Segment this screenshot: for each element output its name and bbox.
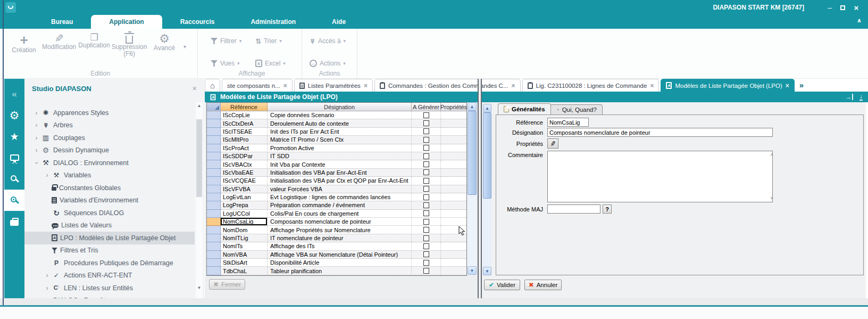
row-selector-cell[interactable]	[207, 177, 221, 185]
sidebar-item-arbres[interactable]: Arbres	[24, 119, 195, 132]
table-row[interactable]: IScITSEAEInit des ITs par Enr Act Ent	[207, 128, 466, 136]
table-row[interactable]: IScMItProMatrice IT Promo / Scen Ctx	[207, 136, 466, 144]
sidebar-item-len-listes-sur-entit-s[interactable]: LEN : Listes sur Entités	[24, 282, 195, 295]
tab-ste-composants-n[interactable]: ste composants n...×	[222, 79, 293, 92]
designation-cell[interactable]: Deroulement Auto de contexte	[268, 119, 412, 127]
sidebar-item-constantes-globales[interactable]: Constantes Globales	[24, 182, 195, 194]
fermer-button[interactable]: ✖ Fermer	[209, 279, 245, 290]
proprietes-cell[interactable]	[441, 201, 466, 209]
table-row[interactable]: LogUCColColis/Pal En cours de chargement	[207, 210, 466, 218]
sidebar-item-actions-enr-act-ent[interactable]: Actions ENR-ACT-ENT	[24, 269, 195, 282]
expander-icon[interactable]	[43, 171, 52, 179]
designation-cell[interactable]: Matrice IT Promo / Scen Ctx	[268, 136, 412, 144]
table-row[interactable]: LogPrepaPréparation commande / événement	[207, 201, 466, 209]
excel-button[interactable]: Excel▾	[255, 60, 286, 67]
valider-button[interactable]: ✔ Valider	[484, 280, 520, 290]
tab-commandes-gestion-des-commandes-c[interactable]: Commandes : Gestion des Commandes C...×	[374, 79, 521, 92]
designation-cell[interactable]: Copie données Scenario	[268, 111, 412, 119]
sidebar-item-filtres-et-tris[interactable]: Filtres et Tris	[24, 244, 195, 257]
designation-cell[interactable]: Affichage VBA sur Nomenclature (Détai Po…	[268, 251, 412, 259]
generer-checkbox[interactable]	[423, 243, 429, 249]
column-header-a-g-n-rer[interactable]: A Générer	[412, 103, 441, 111]
chevron-down-icon[interactable]: ▾	[343, 61, 346, 66]
row-selector-cell[interactable]	[207, 160, 221, 168]
scroll-down-icon[interactable]: ∨	[770, 195, 773, 200]
chevron-down-icon[interactable]: ▾	[239, 38, 242, 44]
trier-button[interactable]: Trier▾	[255, 37, 282, 45]
scrollbar-thumb[interactable]	[468, 111, 477, 195]
generer-checkbox[interactable]	[423, 202, 429, 208]
generer-checkbox[interactable]	[423, 235, 429, 241]
rail-search-button[interactable]	[4, 168, 24, 190]
proprietes-cell[interactable]	[441, 111, 466, 119]
acc-s-button[interactable]: Accès à▾	[310, 37, 346, 45]
scroll-down-icon[interactable]: ▼	[196, 284, 203, 291]
table-row[interactable]: StkDisArtDisponibilité Article	[207, 259, 466, 267]
sidebar-item-s-quences-dialog[interactable]: Séquences DIALOG	[24, 207, 195, 219]
generer-checkbox[interactable]	[423, 268, 429, 274]
reference-cell[interactable]: LogPrepa	[221, 201, 268, 209]
reference-cell[interactable]: IScVbaEAE	[221, 169, 268, 177]
table-row[interactable]: TdbChaLTableur planification	[207, 267, 466, 275]
minimize-button[interactable]: –	[823, 0, 836, 15]
reference-cell[interactable]: StkDisArt	[221, 259, 268, 267]
reference-cell[interactable]: IScProAct	[221, 144, 268, 152]
table-row[interactable]: NomDomAffichage Propriétés sur Nomenclat…	[207, 226, 466, 234]
designation-cell[interactable]: valeur Forcées VBA	[268, 185, 412, 193]
row-selector-cell[interactable]	[207, 242, 221, 250]
scroll-up-icon[interactable]: ▲	[196, 102, 203, 109]
designation-cell[interactable]: Evt Logistique : lignes de commandes lan…	[268, 193, 412, 201]
proprietes-cell[interactable]	[441, 185, 466, 193]
reference-cell[interactable]: LogUCCol	[221, 210, 268, 218]
expander-icon[interactable]	[32, 121, 41, 129]
expander-icon[interactable]	[32, 134, 41, 142]
sidebar-item-lpo-mod-les-de-liste-partag-e-objet[interactable]: LPO : Modèles de Liste Partagée Objet	[24, 232, 195, 244]
generer-checkbox[interactable]	[423, 178, 429, 184]
tab-mod-les-de-liste-partag-e-objet-lpo[interactable]: Modèles de Liste Partagée Objet (LPO)×	[661, 79, 794, 92]
sidebar-item-dialog-environnement[interactable]: DIALOG : Environnement	[24, 157, 195, 169]
sidebar-close-icon[interactable]: ×	[193, 84, 197, 93]
row-selector-cell[interactable]	[207, 259, 221, 267]
proprietes-cell[interactable]	[441, 218, 466, 226]
menu-item-application[interactable]: Application	[91, 15, 162, 29]
close-button[interactable]: ×	[850, 0, 863, 15]
designation-input[interactable]	[547, 128, 773, 137]
column-header-r-f-rence[interactable]: Référence	[221, 103, 268, 111]
dock-down-icon[interactable]	[859, 93, 863, 101]
tab-generalites[interactable]: Généralités	[498, 103, 551, 114]
scroll-up-icon[interactable]: ∧	[770, 152, 773, 157]
designation-cell[interactable]: Initialisation des VBA par Ctx et QOP pa…	[268, 177, 412, 185]
table-row[interactable]: IScCopLieCopie données Scenario	[207, 111, 466, 119]
scrollbar-thumb[interactable]	[196, 119, 202, 197]
close-icon[interactable]: ×	[786, 82, 789, 89]
expander-icon[interactable]	[32, 159, 41, 167]
rail-wheel-button[interactable]	[4, 104, 24, 126]
reference-cell[interactable]: IScITSEAE	[221, 128, 268, 136]
designation-cell[interactable]: Préparation commande / événement	[268, 201, 412, 209]
row-selector-cell[interactable]	[207, 193, 221, 201]
reference-cell[interactable]: LogEvtLan	[221, 193, 268, 201]
close-icon[interactable]: ×	[283, 82, 287, 89]
menu-item-aide[interactable]: Aide	[314, 15, 364, 29]
row-selector-cell[interactable]	[207, 210, 221, 218]
actions-button[interactable]: Actions▾	[310, 60, 346, 67]
row-selector-cell[interactable]	[207, 152, 221, 160]
designation-cell[interactable]: Tableur planification	[268, 267, 412, 275]
row-selector-cell[interactable]	[207, 234, 221, 242]
designation-cell[interactable]: Composants nomenclature de pointeur	[268, 218, 412, 226]
row-selector-cell[interactable]	[207, 201, 221, 209]
table-row[interactable]: IScVCQEAEInitialisation des VBA par Ctx …	[207, 177, 466, 185]
designation-cell[interactable]: Colis/Pal En cours de chargement	[268, 210, 412, 218]
scroll-down-icon[interactable]: ▼	[468, 266, 477, 275]
maximize-button[interactable]	[836, 0, 849, 15]
sidebar-item-listes-de-valeurs[interactable]: Listes de Valeurs	[24, 219, 195, 232]
reference-cell[interactable]: NomCsaLig	[221, 218, 268, 226]
designation-cell[interactable]: Init des ITs par Enr Act Ent	[268, 128, 412, 136]
expander-icon[interactable]	[32, 146, 41, 154]
tab-listes-param-tr-es[interactable]: Listes Paramétrées×	[294, 79, 373, 92]
generer-checkbox[interactable]	[423, 112, 429, 118]
proprietes-cell[interactable]	[441, 251, 466, 259]
methode-maj-input[interactable]	[547, 205, 600, 214]
generer-checkbox[interactable]	[423, 194, 429, 200]
expander-icon[interactable]	[43, 272, 52, 279]
